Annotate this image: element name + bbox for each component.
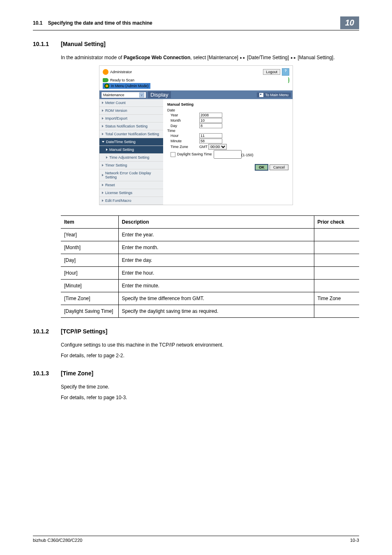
section-title: [Time Zone] (61, 370, 93, 377)
tri-icon (102, 192, 104, 194)
year-input[interactable] (199, 113, 222, 118)
tz-select[interactable]: 00:00 (208, 144, 227, 150)
display-button[interactable]: Display (148, 91, 171, 98)
day-label: Day (167, 124, 199, 128)
role-label: Administrator (110, 70, 132, 74)
sidebar-item-status-notification[interactable]: Status Notification Setting (99, 123, 163, 130)
ok-button[interactable]: OK (255, 164, 269, 171)
time-group-label: Time (167, 129, 196, 133)
paragraph: For details, refer to page 2-2. (61, 352, 359, 359)
header-right: 10 (336, 16, 359, 29)
section-title: [TCP/IP Settings] (61, 328, 107, 335)
content-panel: Manual Setting Date Year Month Day Time … (163, 99, 293, 205)
th-item: Item (61, 216, 118, 229)
status-menu: In Menu (Admin Mode) (111, 84, 149, 88)
month-label: Month (167, 118, 199, 123)
sidebar-item-total-counter[interactable]: Total Counter Notification Setting (99, 130, 163, 138)
tri-icon (102, 174, 104, 176)
footer-model: bizhub C360/C280/C220 (33, 538, 82, 543)
tri-icon (102, 199, 104, 202)
main-menu-icon (259, 93, 263, 97)
tri-icon (106, 148, 108, 151)
cancel-button[interactable]: Cancel (270, 164, 288, 170)
table-row: [Time Zone]Specify the time difference f… (61, 292, 359, 305)
form-title: Manual Setting (167, 102, 288, 106)
chapter-badge: 10 (340, 16, 359, 29)
status-ready: Ready to Scan (110, 78, 134, 82)
sidebar-item-meter-count[interactable]: Meter Count (99, 99, 163, 107)
section-body-3: Specify the time zone. For details, refe… (61, 383, 359, 401)
table-body: [Year]Enter the year. [Month]Enter the m… (61, 229, 359, 318)
tri-icon (106, 156, 108, 159)
year-label: Year (167, 113, 199, 117)
category-dropdown[interactable]: Maintenance v (101, 92, 146, 98)
footer-page: 10-3 (350, 538, 359, 543)
description-table: Item Description Prior check [Year]Enter… (61, 215, 359, 318)
table-row: [Minute]Enter the minute. (61, 280, 359, 292)
header-section-title: Specifying the date and time of this mac… (48, 20, 152, 26)
minute-label: Minute (167, 139, 199, 143)
sidebar-item-reset[interactable]: Reset (99, 181, 163, 189)
admin-icon (103, 69, 108, 75)
table-row: [Day]Enter the day. (61, 254, 359, 267)
day-input[interactable] (199, 123, 222, 128)
description-table-block: Item Description Prior check [Year]Enter… (61, 215, 359, 318)
dst-value-input[interactable] (214, 150, 242, 159)
header-section-number: 10.1 (33, 20, 42, 26)
tri-icon (102, 117, 104, 120)
sidebar-item-timer-setting[interactable]: Timer Setting (99, 162, 163, 169)
paragraph: Specify the time zone. (61, 383, 359, 391)
table-row: [Daylight Saving Time]Specify the daylig… (61, 305, 359, 318)
chevron-down-icon: v (139, 92, 145, 97)
sidebar-item-import-export[interactable]: Import/Export (99, 115, 163, 123)
refresh-icon[interactable] (288, 77, 289, 83)
tri-icon (102, 184, 104, 186)
table-row: [Year]Enter the year. (61, 229, 359, 241)
sidebar-item-time-adjustment[interactable]: Time Adjustment Setting (99, 154, 163, 162)
header-left: 10.1 Specifying the date and time of thi… (33, 20, 152, 26)
paragraph: In the administrator mode of PageScope W… (61, 54, 359, 61)
hour-label: Hour (167, 134, 199, 138)
section-number: 10.1.2 (33, 328, 53, 335)
sidebar: Meter Count ROM Version Import/Export St… (99, 99, 163, 205)
section-body-2: Configure settings to use this machine i… (61, 341, 359, 359)
logout-button[interactable]: Logout (263, 69, 280, 75)
tri-icon (102, 164, 104, 166)
help-button[interactable]: ? (282, 68, 289, 76)
tri-icon (102, 102, 104, 104)
section-heading-2: 10.1.2 [TCP/IP Settings] (33, 328, 359, 338)
main-menu-label: To Main Menu (265, 93, 288, 97)
sidebar-item-network-error[interactable]: Network Error Code Display Setting (99, 169, 163, 181)
paragraph: For details, refer to page 10-3. (61, 394, 359, 401)
date-group-label: Date (167, 108, 196, 112)
sidebar-item-edit-font[interactable]: Edit Font/Macro (99, 197, 163, 205)
sidebar-item-rom-version[interactable]: ROM Version (99, 107, 163, 115)
sidebar-item-date-time[interactable]: Date/Time Setting (99, 138, 163, 146)
sidebar-item-manual-setting[interactable]: Manual Setting (99, 146, 163, 154)
minute-input[interactable] (199, 139, 222, 143)
paragraph: Configure settings to use this machine i… (61, 341, 359, 349)
section-number: 10.1.3 (33, 370, 53, 377)
tri-icon (102, 133, 104, 135)
tz-label: Time Zone (167, 145, 199, 149)
table-row: [Hour]Enter the hour. (61, 267, 359, 280)
dst-checkbox[interactable] (171, 152, 175, 157)
running-header: 10.1 Specifying the date and time of thi… (33, 16, 359, 30)
section-number: 10.1.1 (33, 41, 53, 47)
tri-down-icon (102, 141, 104, 143)
tz-prefix: GMT (199, 145, 208, 149)
dst-label: Daylight Saving Time (177, 152, 212, 156)
sidebar-item-license[interactable]: License Settings (99, 189, 163, 197)
ready-icon (103, 78, 108, 82)
month-input[interactable] (199, 118, 222, 123)
hour-input[interactable] (199, 133, 222, 138)
product-name: PageScope Web Connection (124, 55, 190, 60)
dst-range: (1-150) (242, 153, 254, 157)
page-footer: bizhub C360/C280/C220 10-3 (33, 536, 359, 543)
to-main-menu-button[interactable]: To Main Menu (257, 92, 291, 97)
section-title: [Manual Setting] (61, 41, 106, 47)
section-body-1: In the administrator mode of PageScope W… (61, 54, 359, 61)
embedded-screenshot: Administrator Logout ? Ready to Scan In … (99, 65, 293, 205)
tri-icon (102, 109, 104, 112)
section-heading-1: 10.1.1 [Manual Setting] (33, 41, 359, 51)
